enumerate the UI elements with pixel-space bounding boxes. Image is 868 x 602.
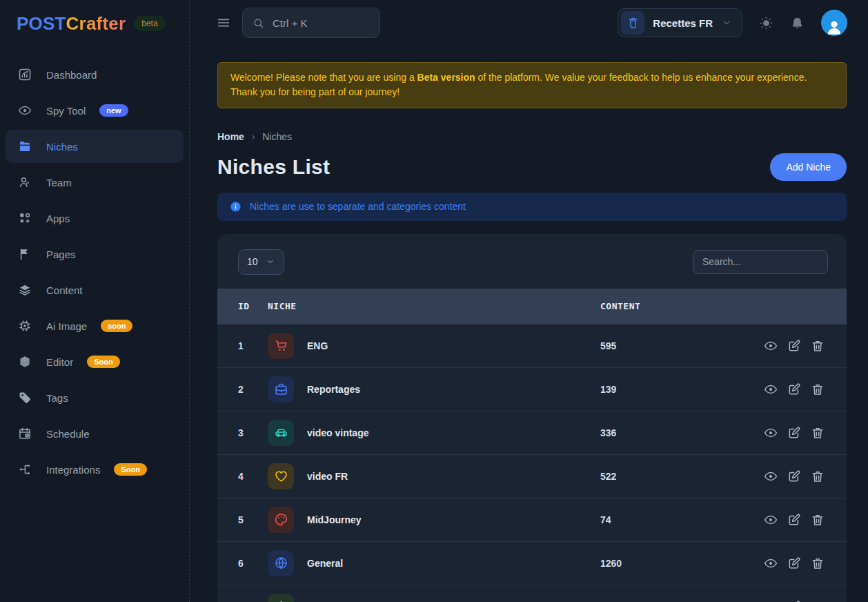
globe-icon	[268, 550, 294, 576]
logo-row: POSTCrafter beta	[0, 10, 189, 37]
row-actions	[742, 339, 825, 353]
delete-button[interactable]	[811, 382, 825, 396]
add-niche-button[interactable]: Add Niche	[770, 153, 847, 181]
edit-button[interactable]	[787, 382, 801, 396]
niche-name: MidJourney	[307, 514, 362, 525]
row-id: 3	[238, 427, 268, 438]
breadcrumb-home[interactable]: Home	[217, 131, 244, 142]
edit-button[interactable]	[787, 556, 801, 570]
view-button[interactable]	[764, 600, 778, 602]
table-row: 3 video vintage 336	[217, 411, 847, 455]
cart-icon	[268, 333, 294, 359]
user-plus-icon	[17, 175, 32, 190]
view-button[interactable]	[764, 469, 778, 483]
sidebar-item-ai-image[interactable]: Ai Image soon	[6, 309, 184, 342]
content-count: 595	[600, 340, 742, 351]
search-icon	[253, 17, 264, 29]
page-content: Welcome! Please note that you are using …	[190, 46, 868, 602]
info-icon	[230, 201, 241, 213]
edit-button[interactable]	[787, 600, 801, 602]
sidebar-item-label: Tags	[46, 392, 68, 404]
user-avatar[interactable]	[821, 10, 847, 36]
workspace-label: Recettes FR	[653, 17, 713, 29]
delete-button[interactable]	[811, 513, 825, 527]
view-button[interactable]	[764, 382, 778, 396]
delete-button[interactable]	[811, 426, 825, 440]
theme-toggle-sun-icon[interactable]	[759, 16, 773, 30]
sidebar-item-label: Pages	[46, 249, 76, 260]
row-id: 2	[238, 384, 268, 395]
menu-toggle-icon[interactable]	[216, 15, 231, 30]
sidebar-item-integrations[interactable]: Integrations Soon	[6, 453, 184, 486]
niche-cell: video FR	[268, 463, 600, 489]
sidebar-item-apps[interactable]: Apps	[6, 202, 184, 235]
apps-icon	[17, 211, 32, 226]
palette-icon	[268, 507, 294, 533]
column-header-id: ID	[238, 301, 268, 311]
delete-button[interactable]	[811, 469, 825, 483]
edit-button[interactable]	[787, 339, 801, 353]
niche-name: ENG	[307, 340, 328, 351]
delete-button[interactable]	[811, 556, 825, 570]
sidebar-item-label: Content	[46, 284, 83, 296]
delete-button[interactable]	[811, 339, 825, 353]
table-header: ID NICHE CONTENT	[217, 289, 847, 324]
global-search-input[interactable]	[271, 17, 370, 30]
view-button[interactable]	[764, 426, 778, 440]
niche-name: General	[307, 558, 343, 569]
sidebar-item-dashboard[interactable]: Dashboard	[6, 58, 184, 91]
edit-button[interactable]	[787, 426, 801, 440]
workspace-cup-icon	[621, 11, 644, 35]
chart-icon	[17, 67, 32, 82]
row-id: 6	[238, 558, 268, 569]
notifications-bell-icon[interactable]	[790, 16, 805, 30]
page-size-select[interactable]: 10	[238, 249, 284, 275]
flag-icon	[17, 246, 32, 262]
sidebar-item-label: Dashboard	[46, 69, 97, 81]
app: POSTCrafter beta Dashboard Spy Tool new …	[0, 0, 868, 602]
table-controls: 10	[217, 249, 847, 289]
sidebar-item-schedule[interactable]: Schedule	[6, 417, 184, 450]
table-search-input[interactable]	[693, 250, 828, 274]
sidebar-item-spy-tool[interactable]: Spy Tool new	[6, 94, 184, 127]
tag-icon	[17, 390, 32, 405]
view-button[interactable]	[764, 339, 778, 353]
sidebar-item-pages[interactable]: Pages	[6, 237, 184, 271]
niche-cell: video vintage	[268, 420, 600, 446]
row-actions	[742, 382, 825, 396]
page-size-value: 10	[247, 256, 258, 267]
sidebar-item-editor[interactable]: Editor Soon	[6, 345, 184, 378]
sidebar-item-label: Schedule	[46, 428, 90, 440]
sidebar-item-label: Team	[46, 177, 72, 188]
logo-post: POST	[17, 13, 66, 34]
sidebar-item-label: Niches	[46, 141, 78, 153]
content-count: 1260	[600, 558, 742, 569]
sidebar-item-label: Integrations	[46, 464, 100, 476]
column-header-niche: NICHE	[268, 301, 600, 311]
view-button[interactable]	[764, 513, 778, 527]
niche-name: Reportages	[307, 384, 360, 395]
workspace-selector[interactable]: Recettes FR	[618, 8, 742, 37]
edit-button[interactable]	[787, 513, 801, 527]
star-icon	[268, 594, 294, 602]
row-actions	[742, 513, 825, 527]
edit-button[interactable]	[787, 469, 801, 483]
eye-icon	[17, 103, 32, 118]
global-search[interactable]	[242, 8, 380, 38]
car-icon	[268, 420, 294, 446]
row-actions	[742, 600, 825, 602]
table-row: 1 ENG 595	[217, 324, 847, 368]
sidebar-item-content[interactable]: Content	[6, 273, 184, 307]
sidebar-item-niches[interactable]: Niches	[6, 130, 184, 163]
folder-icon	[17, 139, 32, 154]
niche-cell: Vintage	[268, 594, 600, 602]
sidebar-item-tags[interactable]: Tags	[6, 381, 184, 414]
chevron-down-icon	[266, 257, 275, 266]
table-row: 5 MidJourney 74	[217, 498, 847, 542]
delete-button[interactable]	[811, 600, 825, 602]
banner-bold-text: Beta version	[417, 72, 475, 83]
sidebar-item-team[interactable]: Team	[6, 166, 184, 199]
breadcrumb-separator: ›	[252, 131, 255, 142]
row-id: 4	[238, 471, 268, 482]
view-button[interactable]	[764, 556, 778, 570]
